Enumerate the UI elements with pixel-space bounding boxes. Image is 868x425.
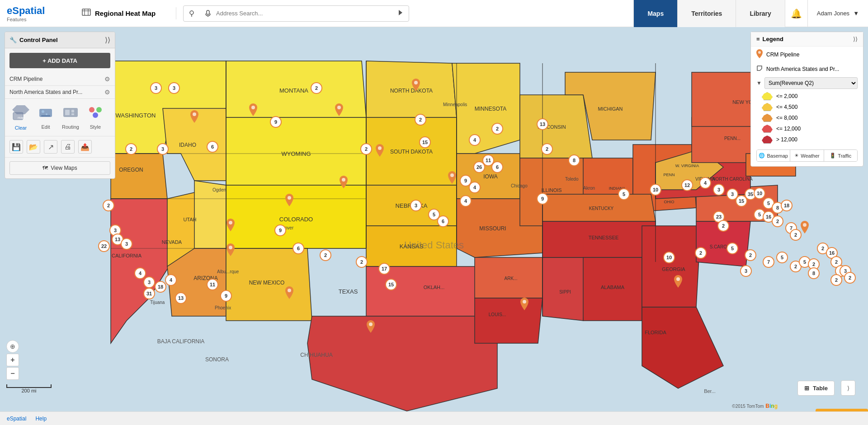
layer-north-america-settings-button[interactable]: ⚙ — [104, 89, 110, 96]
cluster-badge[interactable]: 15 — [419, 136, 431, 148]
routing-action-button[interactable]: Routing — [59, 103, 82, 132]
map-pin[interactable] — [249, 103, 258, 117]
collapse-table-button[interactable]: ⟩ — [841, 380, 855, 396]
cluster-badge[interactable]: 5 — [618, 188, 630, 200]
legend-dropdown-collapse-button[interactable]: ▼ — [756, 80, 762, 86]
map-pin[interactable] — [335, 103, 344, 117]
cluster-badge[interactable]: 17 — [378, 263, 390, 275]
cluster-badge[interactable]: 2 — [415, 114, 426, 126]
save-button[interactable]: 💾 — [9, 140, 23, 154]
cluster-badge[interactable]: 6 — [207, 141, 218, 153]
map-pin[interactable] — [190, 110, 199, 124]
control-panel-collapse-button[interactable]: ⟩⟩ — [105, 36, 110, 44]
cluster-badge[interactable]: 2 — [844, 272, 856, 284]
style-action-button[interactable]: Style — [85, 103, 106, 132]
cluster-badge[interactable]: 9 — [270, 116, 282, 128]
cluster-badge[interactable]: 5 — [776, 252, 788, 263]
table-button[interactable]: ⊞ Table — [797, 381, 835, 396]
cluster-badge[interactable]: 2 — [541, 143, 553, 155]
compass-button[interactable]: ⊕ — [6, 340, 19, 353]
legend-collapse-button[interactable]: ⟩⟩ — [853, 36, 858, 42]
cluster-badge[interactable]: 4 — [699, 177, 711, 189]
search-speech-button[interactable] — [200, 5, 216, 22]
cluster-badge[interactable]: 10 — [650, 184, 661, 196]
logo[interactable]: eSpatial — [7, 5, 70, 17]
map-pin[interactable] — [375, 144, 384, 158]
cluster-badge[interactable]: 31 — [143, 288, 155, 299]
cluster-badge[interactable]: 8 — [568, 154, 580, 166]
cluster-badge[interactable]: 11 — [207, 279, 218, 290]
clear-action-button[interactable]: map Clear — [9, 103, 32, 132]
cluster-badge[interactable]: 2 — [790, 229, 802, 241]
map-pin[interactable] — [448, 171, 457, 185]
search-input[interactable] — [216, 10, 392, 17]
cluster-badge[interactable]: 4 — [460, 195, 472, 207]
cluster-badge[interactable]: 8 — [808, 267, 820, 279]
cluster-badge[interactable]: 2 — [311, 82, 322, 94]
weather-button[interactable]: ☀ Weather — [790, 150, 824, 161]
map-pin[interactable] — [520, 298, 529, 312]
cluster-badge[interactable]: 3 — [143, 276, 155, 288]
cluster-badge[interactable]: 18 — [155, 281, 166, 293]
cluster-badge[interactable]: 2 — [356, 256, 368, 268]
cluster-badge[interactable]: 2 — [745, 249, 756, 261]
export-button[interactable]: 📤 — [78, 140, 92, 154]
legend-metric-select[interactable]: Sum(Revenue Q2) — [764, 77, 858, 89]
cluster-badge[interactable]: 9 — [220, 290, 232, 302]
cluster-badge[interactable]: 3 — [168, 82, 180, 94]
cluster-badge[interactable]: 6 — [437, 215, 449, 227]
cluster-badge[interactable]: 5 — [726, 243, 738, 254]
search-pin-button[interactable] — [184, 5, 200, 22]
map-pin[interactable] — [285, 286, 294, 300]
cluster-badge[interactable]: 2 — [772, 215, 783, 227]
cluster-badge[interactable]: 3 — [410, 200, 422, 211]
cluster-badge[interactable]: 2 — [125, 143, 137, 155]
map-container[interactable]: WASHINGTON OREGON CALIFORNIA IDAHO MONTA… — [0, 27, 868, 425]
map-pin[interactable] — [339, 176, 348, 190]
cluster-badge[interactable]: 6 — [491, 161, 503, 173]
search-submit-button[interactable] — [392, 5, 409, 22]
cluster-badge[interactable]: 22 — [98, 240, 110, 252]
cluster-badge[interactable]: 2 — [103, 200, 114, 211]
cluster-badge[interactable]: 2 — [491, 123, 503, 135]
map-pin[interactable] — [674, 275, 683, 289]
traffic-button[interactable]: 🚦 Traffic — [824, 150, 857, 161]
cluster-badge[interactable]: 10 — [754, 187, 765, 199]
cluster-badge[interactable]: 13 — [537, 118, 548, 130]
cluster-badge[interactable]: 3 — [150, 82, 162, 94]
map-pin[interactable] — [226, 243, 235, 257]
tab-maps[interactable]: Maps — [633, 0, 677, 27]
print-button[interactable]: 🖨 — [61, 140, 75, 154]
open-button[interactable]: 📂 — [27, 140, 40, 154]
cluster-badge[interactable]: 12 — [681, 179, 693, 191]
help-footer-link[interactable]: Help — [35, 416, 47, 422]
cluster-badge[interactable]: 9 — [274, 224, 286, 236]
cluster-badge[interactable]: 18 — [781, 200, 793, 211]
share-button[interactable]: ↗ — [44, 140, 57, 154]
map-pin[interactable] — [366, 320, 375, 334]
zoom-in-button[interactable]: + — [6, 354, 19, 366]
user-menu-button[interactable]: Adam Jones ▼ — [807, 0, 868, 27]
edit-action-button[interactable]: Edit — [35, 103, 57, 132]
espatial-footer-link[interactable]: eSpatial — [7, 416, 26, 422]
basemap-button[interactable]: 🌐 Basemap — [757, 150, 790, 161]
cluster-badge[interactable]: 4 — [134, 267, 146, 279]
cluster-badge[interactable]: 3 — [740, 265, 752, 277]
cluster-badge[interactable]: 2 — [717, 220, 729, 232]
view-maps-button[interactable]: 🗺 View Maps — [9, 161, 110, 175]
map-pin[interactable] — [226, 219, 235, 233]
cluster-badge[interactable]: 13 — [175, 292, 187, 304]
cluster-badge[interactable]: 3 — [121, 238, 132, 250]
map-pin[interactable] — [800, 221, 809, 235]
map-pin[interactable] — [285, 194, 294, 208]
cluster-badge[interactable]: 3 — [713, 184, 725, 196]
cluster-badge[interactable]: 4 — [469, 134, 481, 146]
cluster-badge[interactable]: 9 — [460, 175, 472, 187]
add-data-button[interactable]: + ADD DATA — [9, 53, 110, 68]
cluster-badge[interactable]: 6 — [292, 243, 304, 254]
cluster-badge[interactable]: 2 — [320, 249, 331, 261]
cluster-badge[interactable]: 7 — [763, 256, 774, 268]
cluster-badge[interactable]: 15 — [385, 279, 397, 290]
cluster-badge[interactable]: 4 — [165, 274, 177, 286]
cluster-badge[interactable]: 10 — [663, 252, 675, 263]
